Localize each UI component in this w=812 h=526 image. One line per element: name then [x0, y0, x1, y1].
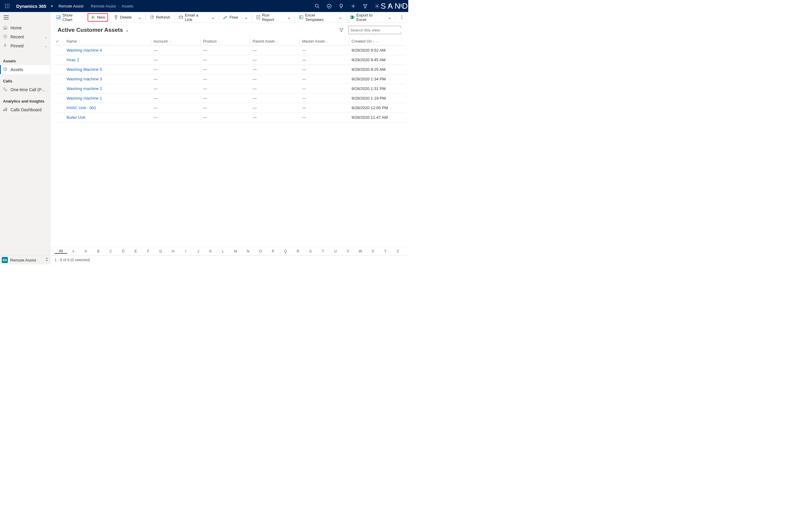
row-checkbox[interactable] — [53, 84, 64, 93]
alpha-#[interactable]: # — [67, 249, 80, 253]
search-icon[interactable] — [311, 0, 323, 12]
view-selector[interactable]: Active Customer Assets ⌄ — [58, 27, 129, 33]
app-switcher[interactable]: RA Remote Assist — [0, 255, 50, 264]
alpha-A[interactable]: A — [79, 249, 92, 253]
column-header-product[interactable]: Product⌄ — [201, 38, 250, 46]
sidebar-item-pinned[interactable]: Pinned⌄ — [0, 41, 50, 50]
table-row[interactable]: Hvac 2------------9/29/2020 9:45 AM — [53, 55, 405, 65]
app-name[interactable]: Remote Assist — [56, 4, 86, 9]
column-header-name[interactable]: Name⌄ — [64, 38, 151, 46]
table-row[interactable]: HVAC Unit - 001------------9/28/2020 12:… — [53, 103, 405, 113]
cell-parent: --- — [250, 65, 300, 74]
asset-name-link[interactable]: Washing machine 1 — [67, 96, 102, 101]
export-dropdown[interactable]: ⌄ — [385, 14, 394, 20]
alpha-D[interactable]: D — [117, 249, 130, 253]
alpha-J[interactable]: J — [192, 249, 205, 253]
refresh-button[interactable]: Refresh — [147, 13, 173, 21]
breadcrumb-item[interactable]: Remote Assist — [91, 4, 116, 9]
alpha-E[interactable]: E — [130, 249, 142, 253]
row-checkbox[interactable] — [53, 93, 64, 103]
asset-name-link[interactable]: HVAC Unit - 001 — [67, 105, 96, 110]
run-report-button[interactable]: Run Report — [253, 13, 284, 21]
alpha-H[interactable]: H — [167, 249, 179, 253]
excel-templates-button[interactable]: Excel Templates — [296, 13, 335, 21]
delete-dropdown[interactable]: ⌄ — [135, 14, 144, 20]
search-input[interactable] — [350, 28, 401, 32]
row-checkbox[interactable] — [53, 65, 64, 74]
asset-name-link[interactable]: Washing machine 2 — [67, 86, 102, 91]
row-checkbox[interactable] — [53, 46, 64, 55]
breadcrumb: Remote Assist › Assets — [88, 4, 133, 9]
alpha-All[interactable]: All — [55, 249, 67, 254]
alpha-B[interactable]: B — [92, 249, 105, 253]
run-report-dropdown[interactable]: ⌄ — [285, 14, 293, 20]
lightbulb-icon[interactable] — [335, 0, 347, 12]
sidebar-item[interactable]: One-time Call (Previ... — [0, 85, 50, 94]
asset-name-link[interactable]: Washing Machine 5 — [67, 67, 102, 72]
alpha-S[interactable]: S — [304, 249, 317, 253]
select-all-column[interactable]: ✓ — [53, 38, 64, 46]
alpha-X[interactable]: X — [366, 249, 379, 253]
chevron-down-icon[interactable]: ▼ — [50, 4, 53, 8]
task-icon[interactable] — [323, 0, 335, 12]
asset-name-link[interactable]: Washing machine 4 — [67, 48, 102, 53]
flow-button[interactable]: Flow — [220, 13, 241, 21]
email-link-button[interactable]: Email a Link — [176, 13, 208, 21]
export-excel-button[interactable]: Export to Excel — [347, 13, 385, 21]
asset-name-link[interactable]: Hvac 2 — [67, 58, 79, 62]
table-row[interactable]: Washing machine 1------------9/28/2020 1… — [53, 93, 405, 103]
filter-icon[interactable] — [359, 0, 371, 12]
more-commands-button[interactable] — [396, 13, 407, 21]
alpha-U[interactable]: U — [329, 249, 342, 253]
alpha-C[interactable]: C — [104, 249, 117, 253]
show-chart-label: Show Chart — [62, 13, 82, 22]
filter-icon[interactable] — [337, 26, 345, 34]
row-checkbox[interactable] — [53, 55, 64, 65]
alpha-W[interactable]: W — [354, 249, 367, 253]
sidebar-item-recent[interactable]: Recent⌄ — [0, 32, 50, 41]
alpha-R[interactable]: R — [292, 249, 304, 253]
table-row[interactable]: Washing machine 4------------9/29/2020 9… — [53, 46, 405, 55]
table-row[interactable]: Washing Machine 5------------9/29/2020 8… — [53, 65, 405, 74]
alpha-G[interactable]: G — [155, 249, 167, 253]
alpha-Q[interactable]: Q — [279, 249, 292, 253]
flow-dropdown[interactable]: ⌄ — [242, 14, 250, 20]
show-chart-button[interactable]: Show Chart — [53, 13, 85, 21]
table-row[interactable]: Washing machine 3------------9/28/2020 1… — [53, 74, 405, 84]
row-checkbox[interactable] — [53, 113, 64, 122]
alpha-V[interactable]: V — [342, 249, 354, 253]
alpha-K[interactable]: K — [204, 249, 217, 253]
alpha-N[interactable]: N — [242, 249, 255, 253]
menu-icon[interactable] — [4, 15, 9, 20]
column-header-account[interactable]: Account⌄ — [151, 38, 201, 46]
excel-templates-dropdown[interactable]: ⌄ — [336, 14, 345, 20]
app-launcher-icon[interactable] — [1, 0, 13, 12]
brand-label[interactable]: Dynamics 365 — [16, 4, 47, 9]
plus-icon[interactable] — [347, 0, 359, 12]
table-row[interactable]: Boiler Unit------------9/28/2020 11:47 A… — [53, 113, 405, 122]
alpha-P[interactable]: P — [267, 249, 279, 253]
column-header-created[interactable]: Created On↓⌄ — [349, 38, 405, 46]
column-header-parent[interactable]: Parent Asset⌄ — [250, 38, 300, 46]
alpha-M[interactable]: M — [230, 249, 242, 253]
alpha-Z[interactable]: Z — [391, 249, 404, 253]
alpha-T[interactable]: T — [317, 249, 329, 253]
asset-name-link[interactable]: Washing machine 3 — [67, 77, 102, 81]
email-dropdown[interactable]: ⌄ — [209, 14, 217, 20]
row-checkbox[interactable] — [53, 74, 64, 84]
delete-button[interactable]: Delete — [111, 13, 135, 21]
asset-name-link[interactable]: Boiler Unit — [67, 115, 85, 120]
column-header-master[interactable]: Master Asset⌄ — [300, 38, 349, 46]
new-button[interactable]: New — [88, 13, 108, 21]
alpha-F[interactable]: F — [142, 249, 155, 253]
sidebar-item-home[interactable]: Home — [0, 24, 50, 32]
sidebar-item[interactable]: Calls Dashboard — [0, 105, 50, 114]
sidebar-item[interactable]: Assets — [0, 65, 50, 74]
alpha-Y[interactable]: Y — [379, 249, 392, 253]
breadcrumb-item[interactable]: Assets — [122, 4, 133, 9]
alpha-I[interactable]: I — [179, 249, 192, 253]
table-row[interactable]: Washing machine 2------------9/28/2020 1… — [53, 84, 405, 93]
alpha-L[interactable]: L — [217, 249, 230, 253]
row-checkbox[interactable] — [53, 103, 64, 113]
alpha-O[interactable]: O — [255, 249, 267, 253]
